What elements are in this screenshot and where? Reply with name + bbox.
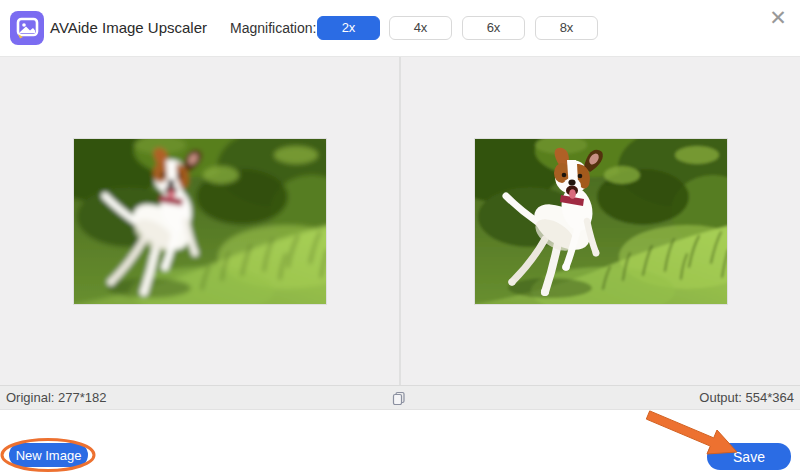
status-bar: Original: 277*182 Output: 554*364 bbox=[0, 385, 800, 410]
app-title: AVAide Image Upscaler bbox=[50, 0, 207, 56]
original-image-preview bbox=[73, 138, 327, 305]
magnification-option-2x[interactable]: 2x bbox=[317, 16, 380, 40]
new-image-button[interactable]: New Image bbox=[9, 443, 88, 467]
compare-icon[interactable] bbox=[392, 391, 406, 405]
header-bar: AVAide Image Upscaler Magnification: 2x … bbox=[0, 0, 800, 57]
original-panel bbox=[0, 57, 399, 385]
output-dimensions: Output: 554*364 bbox=[699, 386, 794, 410]
original-dimensions: Original: 277*182 bbox=[6, 386, 106, 410]
close-icon[interactable]: ✕ bbox=[764, 4, 792, 32]
magnification-option-8x[interactable]: 8x bbox=[535, 16, 598, 40]
output-panel bbox=[401, 57, 800, 385]
magnification-label: Magnification: bbox=[230, 0, 316, 56]
app-logo-icon bbox=[10, 11, 44, 45]
footer-bar: New Image Save bbox=[0, 410, 800, 474]
magnification-option-4x[interactable]: 4x bbox=[389, 16, 452, 40]
upscaled-image-preview bbox=[474, 138, 728, 305]
save-button[interactable]: Save bbox=[707, 443, 791, 470]
app-window: AVAide Image Upscaler Magnification: 2x … bbox=[0, 0, 800, 474]
magnification-option-6x[interactable]: 6x bbox=[462, 16, 525, 40]
compare-area bbox=[0, 57, 800, 385]
